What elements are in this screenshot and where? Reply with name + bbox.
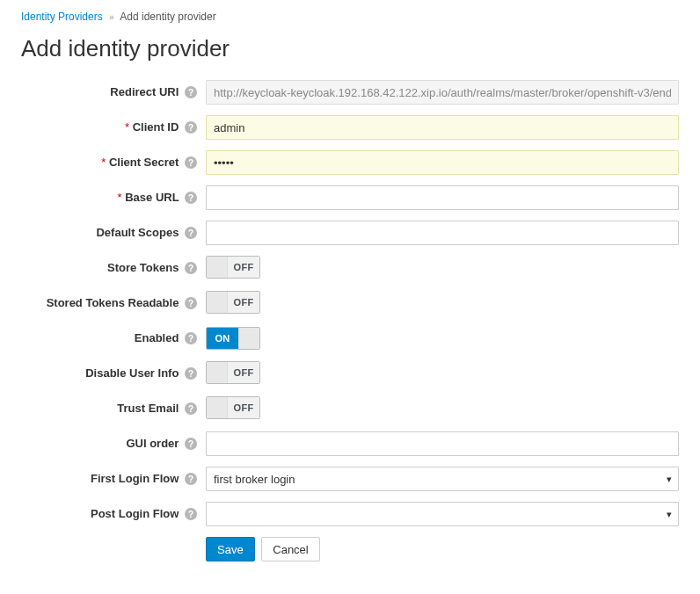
post-login-flow-select[interactable] bbox=[206, 502, 679, 526]
post-login-flow-label: Post Login Flow ? bbox=[21, 507, 206, 522]
redirect-uri-field bbox=[206, 80, 679, 105]
toggle-handle bbox=[207, 292, 228, 313]
toggle-label: OFF bbox=[228, 257, 259, 278]
toggle-label: OFF bbox=[228, 292, 259, 313]
base-url-field[interactable] bbox=[206, 185, 679, 210]
toggle-label: OFF bbox=[228, 362, 259, 383]
help-icon[interactable]: ? bbox=[185, 297, 197, 309]
toggle-label: OFF bbox=[228, 397, 259, 418]
trust-email-label: Trust Email ? bbox=[21, 402, 206, 417]
gui-order-label: GUI order ? bbox=[21, 437, 206, 452]
cancel-button[interactable]: Cancel bbox=[261, 537, 319, 561]
help-icon[interactable]: ? bbox=[185, 367, 197, 380]
chevron-right-icon: » bbox=[106, 12, 118, 22]
client-secret-field[interactable] bbox=[206, 150, 679, 175]
client-id-field[interactable] bbox=[206, 115, 679, 140]
help-icon[interactable]: ? bbox=[185, 438, 197, 450]
help-icon[interactable]: ? bbox=[185, 86, 197, 98]
breadcrumb-parent-link[interactable]: Identity Providers bbox=[21, 11, 103, 23]
help-icon[interactable]: ? bbox=[185, 508, 197, 520]
client-id-label: * Client ID ? bbox=[21, 120, 206, 135]
default-scopes-label: Default Scopes ? bbox=[21, 226, 206, 241]
toggle-handle bbox=[207, 257, 228, 278]
gui-order-field[interactable] bbox=[206, 431, 679, 456]
help-icon[interactable]: ? bbox=[185, 121, 197, 134]
disable-user-info-label: Disable User Info ? bbox=[21, 366, 206, 381]
enabled-toggle[interactable]: ON bbox=[206, 327, 260, 350]
help-icon[interactable]: ? bbox=[185, 262, 197, 274]
first-login-flow-label: First Login Flow ? bbox=[21, 472, 206, 487]
trust-email-toggle[interactable]: OFF bbox=[206, 396, 260, 419]
help-icon[interactable]: ? bbox=[185, 156, 197, 169]
stored-tokens-readable-toggle[interactable]: OFF bbox=[206, 291, 260, 314]
breadcrumb-current: Add identity provider bbox=[120, 11, 215, 23]
toggle-handle bbox=[207, 362, 228, 383]
toggle-handle bbox=[207, 397, 228, 418]
first-login-flow-select[interactable]: first broker login bbox=[206, 467, 679, 491]
help-icon[interactable]: ? bbox=[185, 227, 197, 239]
disable-user-info-toggle[interactable]: OFF bbox=[206, 361, 260, 384]
help-icon[interactable]: ? bbox=[185, 402, 197, 415]
store-tokens-toggle[interactable]: OFF bbox=[206, 256, 260, 279]
help-icon[interactable]: ? bbox=[185, 192, 197, 204]
toggle-label: ON bbox=[207, 328, 238, 349]
base-url-label: * Base URL ? bbox=[21, 191, 206, 206]
help-icon[interactable]: ? bbox=[185, 473, 197, 485]
store-tokens-label: Store Tokens ? bbox=[21, 261, 206, 276]
toggle-handle bbox=[238, 328, 259, 349]
identity-provider-form: Redirect URI ? * Client ID ? * Client Se… bbox=[21, 80, 679, 561]
stored-tokens-readable-label: Stored Tokens Readable ? bbox=[21, 296, 206, 311]
save-button[interactable]: Save bbox=[206, 537, 255, 561]
enabled-label: Enabled ? bbox=[21, 331, 206, 346]
client-secret-label: * Client Secret ? bbox=[21, 156, 206, 170]
breadcrumb: Identity Providers » Add identity provid… bbox=[21, 11, 679, 23]
default-scopes-field[interactable] bbox=[206, 221, 679, 245]
help-icon[interactable]: ? bbox=[185, 332, 197, 344]
form-actions: Save Cancel bbox=[206, 537, 679, 561]
redirect-uri-label: Redirect URI ? bbox=[21, 85, 206, 100]
page-title: Add identity provider bbox=[21, 35, 679, 62]
